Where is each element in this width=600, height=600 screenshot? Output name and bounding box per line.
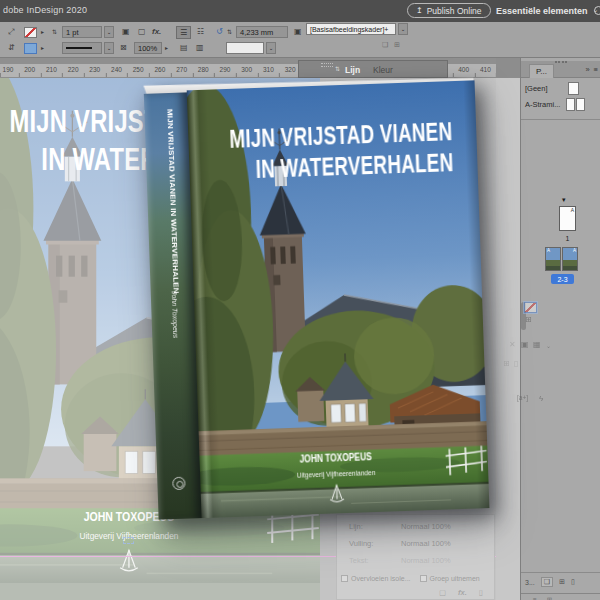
stroke-style-caret[interactable]: ⌄ [104, 42, 114, 54]
page-count-status: 3... [525, 579, 535, 586]
upload-icon: ↥ [416, 7, 423, 15]
ruler-number: 310 [263, 66, 274, 73]
ruler-number: 280 [198, 66, 209, 73]
pages-panel-footer: 3... ❏ ⊞ ▯ [521, 572, 600, 591]
x-position-field[interactable]: 4,233 mm [236, 26, 288, 38]
ruler-number: 410 [480, 66, 491, 73]
stepper-icon[interactable]: ⇅ [52, 29, 57, 35]
knockout-group-checkbox[interactable]: Groep uitnemen [420, 575, 480, 582]
effects-fx-icon[interactable]: fx. [152, 28, 161, 36]
frame-icon[interactable]: ▢ [138, 28, 146, 36]
grid-view-icon[interactable]: ⊞ [525, 316, 532, 324]
panel-divider [521, 119, 600, 120]
tab-stroke[interactable]: Lijn [345, 65, 360, 75]
grid-icon[interactable]: ▣ [294, 28, 302, 36]
master-a-item[interactable]: A-Strami... [525, 100, 560, 109]
effects-row-stroke: Lijn: Normaal 100% [349, 522, 363, 531]
square-icon[interactable]: ▢ [439, 588, 446, 597]
edit-spread-icon[interactable]: ❏ [541, 577, 553, 587]
ruler-number: 250 [133, 66, 144, 73]
caret-right-icon[interactable]: ▸ [165, 45, 168, 51]
effects-value[interactable]: Normaal 100% [401, 539, 451, 548]
frame-fitting-icon[interactable]: ▣ [122, 28, 130, 36]
panel-menu-icon[interactable]: ≡ [594, 66, 598, 74]
page-2-thumbnail[interactable]: A [545, 247, 561, 271]
publish-online-label: Publish Online [427, 6, 482, 16]
preset-field-empty[interactable] [226, 42, 264, 54]
publish-online-button[interactable]: ↥ Publish Online [407, 3, 491, 18]
paragraph-style-b-icon[interactable]: ▥ [196, 44, 204, 52]
ruler-number: 260 [154, 66, 165, 73]
stroke-none-swatch[interactable] [524, 302, 537, 313]
swap-icon[interactable]: ⇵ [8, 44, 15, 52]
mini-link-icon[interactable]: ❏ [382, 41, 388, 48]
master-a-thumbnail-left[interactable] [566, 98, 575, 111]
caret-right-icon[interactable]: ▸ [41, 29, 44, 35]
opacity-icon[interactable]: ⊠ [120, 44, 127, 52]
frame-icon[interactable]: ⊞ [547, 596, 552, 600]
effects-value[interactable]: Normaal 100% [401, 522, 451, 531]
workspace-switcher[interactable]: Essentiële elementen ⌄ [496, 6, 598, 16]
fx-icon[interactable]: fx. [458, 588, 467, 597]
publisher-logo-icon [172, 477, 185, 490]
align-left-icon[interactable]: ☰ [176, 26, 191, 39]
new-item-icon[interactable]: ⊞ [503, 360, 510, 368]
paragraph-style-a-icon[interactable]: ▤ [180, 44, 188, 52]
trash-icon[interactable]: ▯ [479, 588, 483, 597]
stroke-weight-dropdown[interactable]: ⌄ [104, 26, 114, 38]
tab-pages[interactable]: P... [529, 64, 554, 78]
control-options-bar: ⤢ ▸ ⇅ 1 pt ⌄ ▣ ▢ fx. ☰ ☷ ↺ ⇅ 4,233 mm ▣ … [0, 22, 600, 58]
stroke-weight-field[interactable]: 1 pt [62, 26, 102, 38]
drag-handle-icon[interactable] [555, 61, 567, 63]
stroke-style-dropdown[interactable] [62, 42, 102, 54]
spine-author: John Toxopeus [171, 291, 180, 338]
reference-point-icon[interactable]: ⤢ [8, 28, 14, 36]
stroke-swatch-none[interactable] [24, 27, 37, 38]
master-none-item[interactable]: [Geen] [525, 84, 548, 93]
menu-icon[interactable]: ≡ [533, 596, 537, 600]
title-bar: dobe InDesign 2020 ↥ Publish Online Esse… [0, 0, 600, 22]
new-page-icon[interactable]: ⊞ [559, 578, 565, 586]
align-distribute-icon[interactable]: ☷ [197, 28, 204, 36]
close-icon[interactable]: ✕ [509, 341, 516, 349]
preset-dropdown[interactable]: ⌄ [266, 42, 276, 54]
collapse-panel-icon[interactable]: » [585, 66, 589, 74]
object-style-field[interactable]: [Basisafbeeldingskader]+ [306, 23, 396, 35]
swatch-icon[interactable]: ▣ [521, 341, 529, 349]
mini-frame-icon[interactable]: ⊞ [394, 41, 400, 48]
effects-row-text: Tekst: Normaal 100% [349, 556, 369, 565]
delete-page-icon[interactable]: ▯ [571, 578, 575, 586]
effects-row-fill: Vulling: Normaal 100% [349, 539, 373, 548]
spread-2-3-label[interactable]: 2-3 [551, 274, 574, 284]
drag-handle-icon[interactable] [321, 63, 333, 67]
page-3-thumbnail[interactable]: A [562, 247, 578, 271]
effects-label: Lijn: [349, 522, 363, 531]
book-mockup[interactable]: MIJN VRIJSTAD VIANEN IN WATERVERHALEN Jo… [141, 71, 489, 523]
stepper-icon[interactable]: ⇅ [227, 29, 232, 35]
link-badge-icon [123, 537, 134, 544]
fill-swatch-blue[interactable] [24, 43, 37, 54]
master-none-thumbnail[interactable] [568, 82, 579, 95]
ruler-number: 320 [285, 66, 296, 73]
ruler-number: 270 [176, 66, 187, 73]
trash-icon[interactable]: ▯ [514, 360, 518, 368]
checkbox-icon [341, 575, 348, 582]
master-badge: A [573, 248, 576, 253]
quick-apply-icon[interactable]: [a+] [517, 395, 528, 402]
ruler-number: 210 [46, 66, 57, 73]
gradient-icon[interactable]: ▦ [533, 341, 541, 349]
isolate-blending-checkbox[interactable]: Overvloeien isole... [341, 575, 411, 582]
page-1-thumbnail[interactable]: A [559, 206, 576, 231]
chevron-down-icon[interactable]: ⌄ [546, 343, 551, 349]
page-1-label[interactable]: 1 [559, 235, 576, 242]
object-style-dropdown[interactable]: ⌄ [398, 23, 408, 35]
master-a-thumbnail-right[interactable] [576, 98, 585, 111]
lightning-icon[interactable]: ϟ [539, 395, 543, 403]
opacity-field[interactable]: 100% [134, 42, 162, 54]
ruler-number: 230 [89, 66, 100, 73]
caret-right-icon[interactable]: ▸ [41, 45, 44, 51]
workspace-label: Essentiële elementen [496, 6, 588, 16]
ruler-number: 290 [220, 66, 231, 73]
recycle-icon[interactable]: ↺ [216, 28, 223, 36]
search-icon[interactable] [594, 6, 600, 15]
